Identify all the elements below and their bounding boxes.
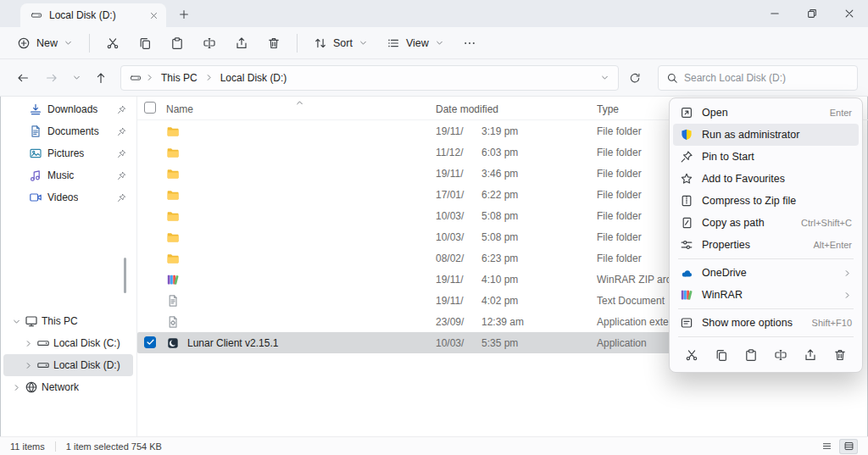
explorer-tab[interactable]: Local Disk (D:) [20,3,166,27]
chevron-down-icon [435,38,444,47]
sidebar-quick-access-item[interactable]: Downloads [3,98,133,120]
rename-button[interactable] [194,31,225,56]
context-menu-item[interactable]: WinRAR [673,284,859,306]
breadcrumb-item[interactable]: This PC [145,70,201,86]
pin-icon [680,150,693,164]
file-time: 4:10 pm [481,274,518,286]
cut-button[interactable] [97,31,128,56]
back-button[interactable] [10,65,36,91]
restore-button[interactable] [793,0,831,27]
sidebar-tree-item[interactable]: Local Disk (D:) [3,354,133,376]
address-bar[interactable]: This PC Local Disk (D:) [120,65,619,91]
breadcrumb-item[interactable]: Local Disk (D:) [204,70,291,86]
chevron-down-icon[interactable] [12,317,21,326]
rename-icon [774,348,787,362]
sidebar-scrollbar-thumb[interactable] [124,258,126,293]
sort-button[interactable]: Sort [305,31,376,56]
forward-button[interactable] [39,65,64,91]
sidebar-spacer [0,208,136,310]
search-box[interactable] [658,65,858,91]
new-tab-button[interactable] [173,3,195,25]
share-icon [235,36,248,50]
arrow-left-icon [16,71,30,85]
delete-button[interactable] [259,31,289,56]
file-time: 6:03 pm [481,147,518,158]
share-button[interactable] [226,31,257,56]
menu-separator [678,308,854,309]
search-input[interactable] [684,72,849,84]
list-view-button[interactable] [817,439,836,454]
file-time: 6:23 pm [481,252,518,264]
tab-close-button[interactable] [146,8,161,23]
sort-button-label: Sort [333,37,353,49]
open-icon [680,106,693,119]
select-all-checkbox[interactable] [144,102,156,114]
context-menu-item[interactable]: Copy as path Ctrl+Shift+C [673,212,859,234]
paste-button[interactable] [739,344,763,366]
window-controls [756,0,868,27]
delete-button[interactable] [828,344,852,366]
context-menu-item[interactable]: Open Enter [673,102,859,124]
navigation-bar: This PC Local Disk (D:) [0,59,868,97]
sidebar-quick-access-item[interactable]: Pictures [3,142,133,164]
sidebar-tree-item[interactable]: Network [3,376,133,398]
copy-button[interactable] [130,31,160,56]
toolbar-separator [89,34,90,53]
context-menu-item[interactable]: Run as administrator [673,124,859,146]
list-view-icon [821,441,832,452]
new-plus-icon [17,36,31,50]
trash-icon [267,36,281,50]
rename-button[interactable] [769,344,793,366]
drive-icon [130,72,142,84]
row-checkbox[interactable] [144,336,156,348]
pin-icon [117,105,126,114]
chevron-right-icon [145,73,154,82]
chevron-right-icon[interactable] [12,383,21,392]
copy-icon [138,36,152,50]
context-menu-item[interactable]: Compress to Zip file [673,190,859,212]
paste-button[interactable] [162,31,192,56]
paste-icon [744,348,758,362]
close-button[interactable] [831,0,868,27]
sidebar-quick-access-item[interactable]: Videos [3,186,133,208]
address-dropdown-icon[interactable] [600,73,609,82]
context-menu: Open Enter Run as administrator Pin to S… [669,97,863,373]
chevron-right-icon[interactable] [24,361,33,370]
file-time: 5:08 pm [481,231,518,243]
minimize-button[interactable] [756,0,793,27]
folder-icon [166,209,180,223]
share-button[interactable] [798,344,822,366]
sidebar-quick-access-item[interactable]: Documents [3,120,133,142]
context-menu-item[interactable]: Properties Alt+Enter [673,234,859,256]
close-icon [843,8,855,19]
downloads-icon [29,103,42,116]
folder-icon [166,146,180,159]
file-time: 6:22 pm [481,189,518,201]
context-menu-item[interactable]: Pin to Start [673,146,859,168]
view-button[interactable]: View [378,31,453,56]
file-date: 11/12/ [436,147,481,158]
column-header-date-modified[interactable]: Date modified [436,103,597,115]
context-menu-item[interactable]: Add to Favourites [673,168,859,190]
sidebar-quick-access-item[interactable]: Music [3,164,133,186]
chevron-right-icon[interactable] [24,339,33,348]
sidebar-tree-item[interactable]: Local Disk (C:) [3,332,133,354]
menu-separator [678,336,854,337]
see-more-button[interactable] [454,31,485,56]
refresh-button[interactable] [622,65,648,91]
submenu-chevron-icon [843,269,852,278]
new-button[interactable]: New [8,31,81,56]
application-icon [166,336,180,350]
context-menu-item[interactable]: Show more options Shift+F10 [673,312,859,334]
cut-button[interactable] [680,344,704,366]
sort-ascending-icon[interactable] [295,98,304,108]
context-menu-item[interactable]: OneDrive [673,262,859,284]
copy-button[interactable] [709,344,733,366]
up-button[interactable] [88,65,114,91]
recent-locations-button[interactable] [68,65,85,91]
refresh-icon [629,72,641,84]
copy-icon [715,348,728,362]
details-view-button[interactable] [839,439,858,454]
selection-info: 1 item selected 754 KB [66,441,162,452]
sidebar-tree-item[interactable]: This PC [3,310,133,332]
